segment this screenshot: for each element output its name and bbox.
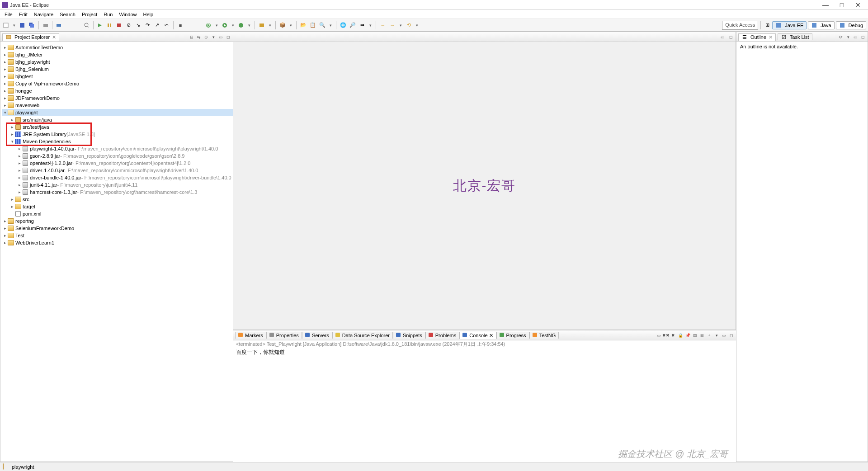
outline-min-icon[interactable]: ▭ xyxy=(852,34,859,40)
tree-row[interactable]: ▸WebDriverLearn1 xyxy=(2,239,233,246)
collapse-all-icon[interactable]: ⊟ xyxy=(189,34,195,40)
last-edit-icon[interactable]: ⟲ xyxy=(405,21,413,29)
console-drop-icon[interactable]: ▾ xyxy=(713,332,720,339)
console-remove-icon[interactable]: ✖ xyxy=(670,332,676,339)
menu-edit[interactable]: Edit xyxy=(16,11,30,18)
tree-row[interactable]: ▸bjhgtest xyxy=(2,73,233,80)
quick-access-input[interactable]: Quick Access xyxy=(722,21,758,30)
focus-icon[interactable]: ⊙ xyxy=(203,34,209,40)
editor-maximize-icon[interactable]: ◻ xyxy=(727,34,734,40)
save-icon[interactable] xyxy=(18,21,26,29)
tree-row[interactable]: ▸AutomationTestDemo xyxy=(2,44,233,51)
menu-run[interactable]: Run xyxy=(101,11,115,18)
toggle-breadcrumb-icon[interactable] xyxy=(55,21,63,29)
step-over-icon[interactable]: ↷ xyxy=(143,21,151,29)
tree-row[interactable]: ▸Copy of VipFrameworkDemo xyxy=(2,80,233,87)
view-menu-icon[interactable]: ▾ xyxy=(210,34,217,40)
step-filter-icon[interactable]: ≡ xyxy=(176,21,184,29)
tree-row[interactable]: pom.xml xyxy=(2,210,233,217)
step-into-icon[interactable]: ↘ xyxy=(134,21,142,29)
console-tab-data-source-explorer[interactable]: Data Source Explorer xyxy=(332,332,393,339)
back-icon[interactable]: ← xyxy=(379,21,387,29)
tree-row[interactable]: ▸reportng xyxy=(2,217,233,225)
nav-next-icon[interactable]: ➡ xyxy=(358,21,366,29)
tree-row[interactable]: ▸Bjhg_Selenium xyxy=(2,66,233,73)
console-tab-markers[interactable]: Markers xyxy=(235,332,266,339)
suspend-icon[interactable] xyxy=(105,21,113,29)
menu-file[interactable]: File xyxy=(2,11,15,18)
project-explorer-tab[interactable]: Project Explorer ✕ xyxy=(2,33,59,41)
tree-row[interactable]: ▸hongge xyxy=(2,87,233,94)
tree-row[interactable]: ▸src/test/java xyxy=(2,123,233,131)
new-pkg-icon[interactable]: 📦 xyxy=(278,21,287,29)
close-button[interactable]: ✕ xyxy=(850,0,866,9)
chevron-down-icon[interactable]: ▾ xyxy=(2,110,8,115)
close-icon[interactable]: ✕ xyxy=(489,333,493,339)
menu-project[interactable]: Project xyxy=(79,11,100,18)
run-icon[interactable] xyxy=(221,21,229,29)
search-icon[interactable] xyxy=(83,21,91,29)
console-scroll-lock-icon[interactable]: 🔒 xyxy=(677,332,684,339)
new-icon[interactable] xyxy=(2,21,10,29)
console-tab-problems[interactable]: Problems xyxy=(425,332,459,339)
open-type-icon[interactable]: 📂 xyxy=(299,21,307,29)
tree-row[interactable]: ▸junit-4.11.jar - F:\maven_repository\ju… xyxy=(2,181,233,188)
tree-row[interactable]: ▸mavenweb xyxy=(2,102,233,109)
menu-search[interactable]: Search xyxy=(57,11,78,18)
debug-icon[interactable]: ⚙ xyxy=(204,21,212,29)
console-display-icon[interactable]: ▤ xyxy=(692,332,698,339)
console-tab-servers[interactable]: Servers xyxy=(302,332,332,339)
disconnect-icon[interactable]: ⊘ xyxy=(124,21,132,29)
tree-row[interactable]: ▸driver-bundle-1.40.0.jar - F:\maven_rep… xyxy=(2,174,233,181)
tree-row[interactable]: ▸opentest4j-1.2.0.jar - F:\maven_reposit… xyxy=(2,160,233,167)
perspective-java[interactable]: Java xyxy=(808,21,834,29)
run-last-icon[interactable] xyxy=(237,21,245,29)
search-2-icon[interactable]: 🔍 xyxy=(318,21,326,29)
tree-row[interactable]: ▸driver-1.40.0.jar - F:\maven_repository… xyxy=(2,167,233,174)
console-max-icon[interactable]: ◻ xyxy=(728,332,734,339)
console-min-icon[interactable]: ▭ xyxy=(721,332,727,339)
console-tab-console[interactable]: Console✕ xyxy=(459,332,496,339)
tree-row[interactable]: ▸bjhg_playwright xyxy=(2,58,233,66)
tree-row[interactable]: ▸src xyxy=(2,196,233,203)
console-tab-testng[interactable]: TestNG xyxy=(529,332,559,339)
close-icon[interactable]: ✕ xyxy=(52,34,56,40)
drop-frame-icon[interactable]: ⤺ xyxy=(162,21,170,29)
minimize-view-icon[interactable]: ▭ xyxy=(217,34,224,40)
maximize-button[interactable]: □ xyxy=(834,0,850,9)
task-list-tab[interactable]: ☑ Task List xyxy=(778,33,812,40)
dropdown-icon[interactable]: ▾ xyxy=(11,23,17,28)
outline-menu-icon[interactable]: ▾ xyxy=(845,34,851,40)
close-icon[interactable]: ✕ xyxy=(769,34,773,40)
tree-row[interactable]: ▾Maven Dependencies xyxy=(2,138,233,145)
outline-max-icon[interactable]: ◻ xyxy=(859,34,866,40)
tree-row[interactable]: ▸JRE System Library [JavaSE-1.8] xyxy=(2,131,233,138)
open-task-icon[interactable]: 📋 xyxy=(309,21,317,29)
new-server-icon[interactable] xyxy=(258,21,266,29)
console-clear-icon[interactable]: ▭ xyxy=(656,332,662,339)
project-tree[interactable]: ▸AutomationTestDemo▸bjhg_JMeter▸bjhg_pla… xyxy=(0,42,233,248)
console-new-icon[interactable]: + xyxy=(706,332,712,339)
tree-row[interactable]: ▸gson-2.8.9.jar - F:\maven_repository\co… xyxy=(2,152,233,160)
forward-icon[interactable]: → xyxy=(388,21,396,29)
menu-navigate[interactable]: Navigate xyxy=(31,11,56,18)
outline-sync-icon[interactable]: ⟳ xyxy=(838,34,844,40)
tree-row[interactable]: ▸playwright-1.40.0.jar - F:\maven_reposi… xyxy=(2,145,233,152)
print-icon[interactable] xyxy=(42,21,50,29)
terminate-icon[interactable] xyxy=(115,21,123,29)
console-remove-all-icon[interactable]: ✖✖ xyxy=(663,332,669,339)
step-return-icon[interactable]: ↗ xyxy=(153,21,161,29)
editor-minimize-icon[interactable]: ▭ xyxy=(719,34,726,40)
console-tab-snippets[interactable]: Snippets xyxy=(393,332,425,339)
resume-icon[interactable] xyxy=(96,21,104,29)
console-tab-properties[interactable]: Properties xyxy=(266,332,302,339)
tree-row[interactable]: ▾playwright xyxy=(2,109,233,116)
tree-row[interactable]: ▸src/main/java xyxy=(2,116,233,123)
outline-tab[interactable]: ☰ Outline ✕ xyxy=(738,33,776,41)
chevron-down-icon[interactable]: ▾ xyxy=(9,139,15,144)
tree-row[interactable]: ▸SeleniumFrameworkDemo xyxy=(2,225,233,232)
tree-row[interactable]: ▸bjhg_JMeter xyxy=(2,51,233,58)
console-output[interactable]: 百度一下，你就知道 xyxy=(233,348,736,462)
console-tab-progress[interactable]: Progress xyxy=(496,332,529,339)
zoom-icon[interactable]: 🔎 xyxy=(349,21,357,29)
